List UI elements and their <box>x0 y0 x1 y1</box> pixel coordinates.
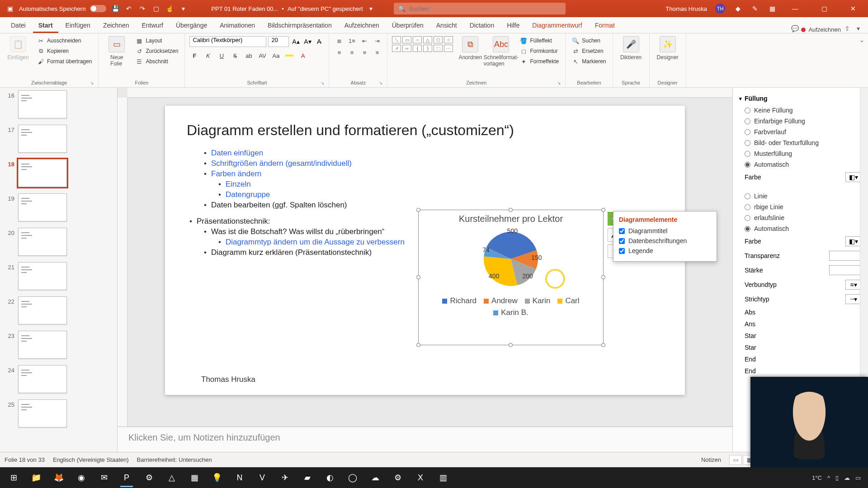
numbering-button[interactable]: 1≡ <box>346 36 357 45</box>
slide-thumbnail[interactable]: ▬▬▬▬▬▬▬▬▬ <box>18 331 67 359</box>
line-option[interactable]: Automatisch <box>739 223 862 234</box>
slide-thumbnail[interactable]: ▬▬▬▬▬▬▬▬▬ <box>18 159 67 187</box>
paste-button[interactable]: 📋 Einfügen <box>5 36 32 61</box>
legend-item[interactable]: Andrew <box>484 296 518 305</box>
minimize-button[interactable]: — <box>785 0 806 17</box>
dialog-launcher-icon[interactable]: ↘ <box>90 80 94 85</box>
undo-icon[interactable]: ↶ <box>124 4 133 13</box>
slide-title[interactable]: Diagramm erstellen und formatieren („cus… <box>187 122 663 139</box>
fill-option[interactable]: Bild- oder Texturfüllung <box>739 137 862 148</box>
tray-icon[interactable]: ▭ <box>855 474 861 481</box>
pen-icon[interactable]: ✎ <box>750 4 760 13</box>
outlook-icon[interactable]: ✉ <box>93 467 115 488</box>
resize-handle[interactable] <box>601 208 605 212</box>
truncated-row[interactable]: End <box>739 353 862 365</box>
autosave-toggle[interactable] <box>90 5 106 12</box>
shape-effects-button[interactable]: ✦Formeffekte <box>518 57 561 66</box>
maximize-button[interactable]: ▢ <box>814 0 835 17</box>
tab-aufzeichnen[interactable]: Aufzeichnen <box>339 18 385 33</box>
start-button[interactable]: ⊞ <box>3 467 24 488</box>
shrink-font-button[interactable]: A▾ <box>302 37 312 47</box>
arrange-button[interactable]: ⧉Anordnen <box>457 36 484 61</box>
underline-button[interactable]: U <box>217 51 226 61</box>
resize-handle[interactable] <box>509 208 513 212</box>
clear-format-button[interactable]: A̶ <box>314 37 324 47</box>
settings-icon[interactable]: ⚙ <box>387 467 409 488</box>
chart-legend[interactable]: RichardAndrewKarinCarlKarin B. <box>419 293 603 317</box>
slide-thumbnails[interactable]: 16▬▬▬▬▬▬▬▬▬17▬▬▬▬▬▬▬▬▬18▬▬▬▬▬▬▬▬▬19▬▬▬▬▬… <box>0 88 118 452</box>
quick-styles-button[interactable]: AbcSchnellformat- vorlagen <box>487 36 514 67</box>
fill-option[interactable]: Musterfüllung <box>739 148 862 159</box>
font-name-combo[interactable]: Calibri (Textkörper) <box>189 36 266 47</box>
slide-thumbnail[interactable]: ▬▬▬▬▬▬▬▬▬ <box>18 399 67 427</box>
line-option[interactable]: Linie <box>739 191 862 202</box>
compound-picker[interactable]: ≡▾ <box>845 280 862 290</box>
tab-dictation[interactable]: Dictation <box>464 18 500 33</box>
dialog-launcher-icon[interactable]: ↘ <box>379 80 382 85</box>
slide-thumbnail[interactable]: ▬▬▬▬▬▬▬▬▬ <box>18 228 67 256</box>
slide-thumbnail[interactable]: ▬▬▬▬▬▬▬▬▬ <box>18 193 67 221</box>
app-icon[interactable]: ▥ <box>432 467 454 488</box>
dialog-launcher-icon[interactable]: ↘ <box>557 80 561 85</box>
tab-datei[interactable]: Datei <box>5 18 31 33</box>
avatar[interactable]: TH <box>715 4 725 14</box>
reset-button[interactable]: ↺Zurücksetzen <box>134 47 180 56</box>
bullets-button[interactable]: ≣ <box>334 36 344 45</box>
comments-icon[interactable]: 💬 <box>790 24 799 33</box>
tab-diagrammentwurf[interactable]: Diagrammentwurf <box>527 18 587 33</box>
line-color-picker[interactable]: ◧▾ <box>845 236 862 246</box>
new-slide-button[interactable]: ▭ Neue Folie <box>103 36 130 67</box>
user-name[interactable]: Thomas Hruska <box>665 5 707 12</box>
align-left-button[interactable]: ≡ <box>334 48 344 57</box>
search-input[interactable] <box>409 5 561 12</box>
legend-item[interactable]: Karin B. <box>493 308 528 317</box>
align-right-button[interactable]: ≡ <box>359 48 370 57</box>
tab-start[interactable]: Start <box>33 18 58 33</box>
tab-zeichnen[interactable]: Zeichnen <box>98 18 135 33</box>
tray-chevron-icon[interactable]: ^ <box>827 474 830 481</box>
chevron-down-icon[interactable]: ▾ <box>854 24 863 33</box>
slide[interactable]: Diagramm erstellen und formatieren („cus… <box>165 106 685 395</box>
font-size-combo[interactable]: 20 <box>268 36 289 47</box>
redo-icon[interactable]: ↷ <box>138 4 147 13</box>
resize-handle[interactable] <box>601 343 605 347</box>
pie-chart[interactable]: 50015020040074 <box>472 225 549 293</box>
record-button[interactable]: Aufzeichnen <box>801 26 841 33</box>
app-icon[interactable]: V <box>251 467 273 488</box>
slide-thumbnail[interactable]: ▬▬▬▬▬▬▬▬▬ <box>18 365 67 393</box>
strike-button[interactable]: S̶ <box>230 51 240 61</box>
legend-item[interactable]: Richard <box>442 296 476 305</box>
shape-fill-button[interactable]: 🪣Fülleffekt <box>518 36 561 45</box>
notes-toggle[interactable]: Notizen <box>701 456 721 463</box>
tab-ansicht[interactable]: Ansicht <box>431 18 462 33</box>
fill-section-header[interactable]: ▾ Füllung <box>739 92 862 105</box>
grow-font-button[interactable]: A▴ <box>291 37 301 47</box>
app-icon[interactable]: ▦ <box>184 467 205 488</box>
resize-handle[interactable] <box>416 208 420 212</box>
notes-pane[interactable]: Klicken Sie, um Notizen hinzuzufügen <box>118 427 732 452</box>
language-status[interactable]: Englisch (Vereinigte Staaten) <box>53 456 129 463</box>
weather-widget[interactable]: 1°C <box>812 474 822 481</box>
legend-item[interactable]: Carl <box>557 296 579 305</box>
vlc-icon[interactable]: △ <box>161 467 183 488</box>
resize-handle[interactable] <box>601 275 605 279</box>
resize-handle[interactable] <box>509 343 513 347</box>
collapse-ribbon-icon[interactable]: ⌄ <box>858 36 865 43</box>
app-icon[interactable]: ◯ <box>342 467 363 488</box>
replace-button[interactable]: ⇄Ersetzen <box>570 47 608 56</box>
slide-thumbnail[interactable]: ▬▬▬▬▬▬▬▬▬ <box>18 262 67 290</box>
cut-button[interactable]: ✂Ausschneiden <box>35 36 94 45</box>
fill-option[interactable]: Keine Füllung <box>739 105 862 116</box>
app-icon[interactable]: ◐ <box>319 467 341 488</box>
dash-picker[interactable]: ┄▾ <box>845 294 862 304</box>
indent-dec-button[interactable]: ⇤ <box>359 36 370 45</box>
resize-handle[interactable] <box>416 275 420 279</box>
fill-option[interactable]: Automatisch <box>739 159 862 170</box>
copy-button[interactable]: ⧉Kopieren <box>35 47 94 56</box>
fill-option[interactable]: Farbverlauf <box>739 127 862 137</box>
slide-thumbnail[interactable]: ▬▬▬▬▬▬▬▬▬ <box>18 296 67 324</box>
telegram-icon[interactable]: ✈ <box>274 467 296 488</box>
italic-button[interactable]: K <box>203 51 213 61</box>
align-center-button[interactable]: ≡ <box>346 48 357 57</box>
tab-überprüfen[interactable]: Überprüfen <box>387 18 429 33</box>
